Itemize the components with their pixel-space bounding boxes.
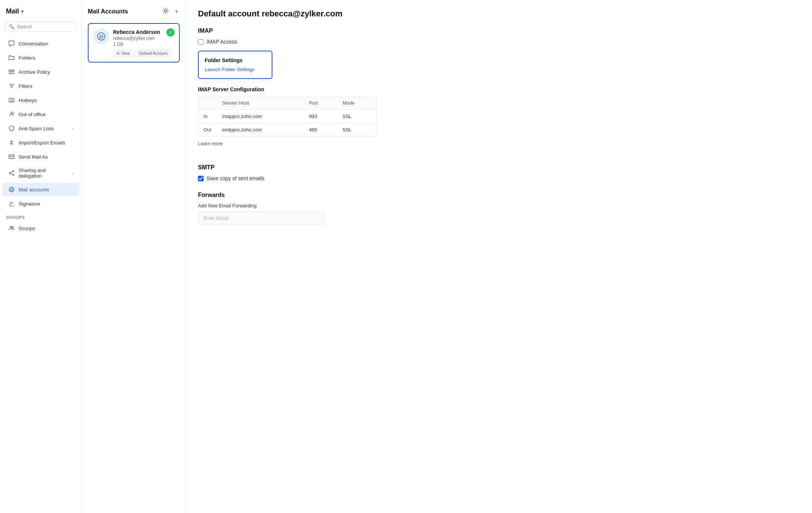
sidebar-item-label: Send Mail As (19, 154, 48, 160)
signature-icon (8, 200, 15, 207)
main-content: Default account rebecca@zylker.com IMAP … (186, 0, 812, 513)
svg-rect-0 (9, 70, 14, 71)
page-title: Default account rebecca@zylker.com (198, 9, 800, 19)
forwards-section: Forwards Add New Email Forwarding (198, 192, 800, 224)
svg-point-6 (13, 175, 14, 176)
account-email: rebecca@zylker.com (113, 36, 174, 41)
sidebar-item-anti-spam[interactable]: Anti-Spam Lists › (2, 122, 79, 135)
app-title[interactable]: Mail ▾ (0, 6, 81, 21)
imap-access-label: IMAP Access (207, 39, 237, 45)
sidebar-item-filters[interactable]: Filters (2, 79, 79, 93)
sidebar-item-send-mail-as[interactable]: Send Mail As (2, 150, 79, 163)
add-forward-label: Add New Email Forwarding (198, 203, 800, 208)
svg-point-2 (11, 112, 12, 114)
smtp-section: SMTP Save copy of sent emails (198, 164, 800, 181)
sidebar-item-label: Import/Export Emails (19, 140, 65, 146)
account-card[interactable]: @ Rebecca Anderson rebecca@zylker.com 1 … (88, 23, 180, 63)
svg-point-11 (10, 226, 12, 228)
imap-access-row: IMAP Access (198, 39, 800, 45)
sidebar-item-label: Sharing and delegation (19, 168, 68, 179)
svg-point-5 (13, 171, 14, 172)
imap-server-config-title: IMAP Server Configuration (198, 86, 800, 92)
svg-point-12 (12, 226, 13, 228)
col-header-host: Server/ Host (217, 96, 304, 110)
groups-icon (8, 225, 15, 232)
imap-direction-in: In (198, 110, 217, 123)
folder-settings-box: Folder Settings Launch Folder Settings (198, 51, 272, 79)
sidebar: Mail ▾ 🔍 Search Conversation Folders Arc… (0, 0, 82, 513)
chevron-right-icon: › (72, 126, 73, 131)
sidebar-item-label: Archive Policy (19, 69, 50, 75)
sidebar-item-label: Out of office (19, 112, 46, 117)
add-account-button[interactable]: + (173, 6, 180, 17)
forwards-title: Forwards (198, 192, 800, 198)
sidebar-item-label: Hotkeys (19, 98, 37, 103)
middle-header: Mail Accounts + (88, 6, 180, 17)
imap-port-in: 993 (304, 110, 338, 123)
launch-folder-settings-link[interactable]: Launch Folder Settings (205, 67, 255, 72)
smtp-copy-label: Save copy of sent emails (207, 175, 265, 181)
search-box[interactable]: 🔍 Search (4, 21, 77, 32)
sidebar-item-mail-accounts[interactable]: @ Mail accounts (2, 183, 79, 196)
settings-button[interactable] (161, 6, 170, 17)
sidebar-item-groups[interactable]: Groups (2, 222, 79, 235)
sidebar-item-hotkeys[interactable]: Hotkeys (2, 93, 79, 107)
sidebar-item-archive-policy[interactable]: Archive Policy (2, 65, 79, 79)
account-avatar: @ (94, 29, 109, 44)
out-of-office-icon (8, 111, 15, 118)
send-mail-as-icon (8, 153, 15, 160)
imap-host-out: smtppro.zoho.com (217, 123, 304, 137)
sidebar-item-label: Filters (19, 83, 32, 89)
middle-panel: Mail Accounts + @ Rebecca Anderson rebec… (82, 0, 186, 513)
search-placeholder: Search (17, 24, 32, 29)
sidebar-item-sharing[interactable]: Sharing and delegation › (2, 164, 79, 182)
account-info: Rebecca Anderson rebecca@zylker.com 1 GB… (113, 29, 174, 57)
forward-email-input[interactable] (198, 211, 325, 224)
account-storage: 1 GB (113, 42, 174, 47)
archive-policy-icon (8, 68, 15, 75)
col-header-port: Port (304, 96, 338, 110)
imap-section-title: IMAP (198, 28, 800, 34)
search-icon: 🔍 (9, 24, 15, 29)
imap-section: IMAP IMAP Access Folder Settings Launch … (198, 28, 800, 154)
middle-title: Mail Accounts (88, 8, 128, 15)
filters-icon (8, 83, 15, 89)
sidebar-item-out-of-office[interactable]: Out of office (2, 108, 79, 121)
learn-more-link[interactable]: Learn more (198, 141, 223, 146)
sidebar-item-label: Conversation (19, 41, 48, 47)
sidebar-item-folders[interactable]: Folders (2, 51, 79, 64)
smtp-copy-checkbox[interactable] (198, 176, 204, 181)
account-tag-default: Default Account (135, 50, 171, 57)
sidebar-item-signature[interactable]: Signature (2, 197, 79, 210)
imap-mode-out: SSL (337, 123, 376, 137)
imap-port-out: 465 (304, 123, 338, 137)
sidebar-item-conversation[interactable]: Conversation (2, 37, 79, 50)
imap-config-table: Server/ Host Port Mode In imappro.zoho.c… (198, 96, 377, 137)
sidebar-item-label: Anti-Spam Lists (19, 126, 54, 131)
middle-actions: + (161, 6, 180, 17)
col-header-mode: Mode (337, 96, 376, 110)
imap-mode-in: SSL (337, 110, 376, 123)
conversation-icon (8, 40, 15, 47)
groups-section-label: GROUPS (0, 211, 81, 221)
smtp-section-title: SMTP (198, 164, 800, 171)
col-header-label (198, 96, 217, 110)
sharing-icon (8, 170, 15, 176)
anti-spam-icon (8, 125, 15, 132)
smtp-checkbox-row: Save copy of sent emails (198, 175, 800, 181)
chevron-right-icon: › (72, 171, 73, 175)
sidebar-item-import-export[interactable]: Import/Export Emails (2, 136, 79, 149)
mail-accounts-icon: @ (8, 186, 15, 193)
app-title-text: Mail (6, 7, 19, 15)
imap-host-in: imappro.zoho.com (217, 110, 304, 123)
svg-rect-4 (9, 155, 14, 159)
imap-access-checkbox[interactable] (198, 39, 204, 45)
svg-text:@: @ (10, 188, 13, 192)
sidebar-item-label: Folders (19, 55, 35, 61)
account-tag-in-view: In View (113, 50, 133, 57)
import-export-icon (8, 139, 15, 146)
folder-settings-title: Folder Settings (205, 57, 266, 63)
svg-text:@: @ (99, 34, 103, 39)
imap-direction-out: Out (198, 123, 217, 137)
account-check-icon: ✓ (166, 28, 175, 36)
